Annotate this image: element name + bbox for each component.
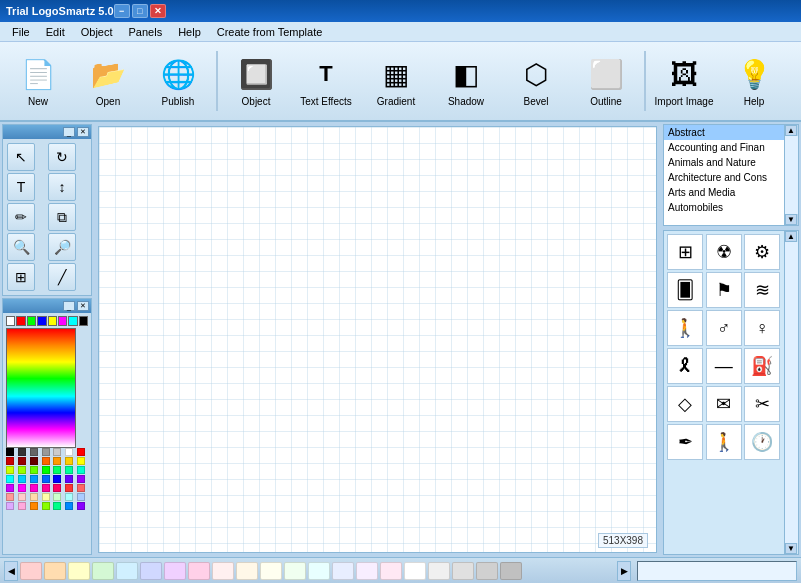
color-cell[interactable] <box>18 502 26 510</box>
bottom-swatch[interactable] <box>116 562 138 580</box>
scroll-left-btn[interactable]: ◀ <box>4 561 18 581</box>
tool-text[interactable]: T <box>7 173 35 201</box>
bottom-swatch[interactable] <box>212 562 234 580</box>
toolbar-publish-button[interactable]: 🌐Publish <box>144 45 212 117</box>
color-cell[interactable] <box>42 502 50 510</box>
color-cell[interactable] <box>6 493 14 501</box>
bottom-swatch[interactable] <box>308 562 330 580</box>
color-cell[interactable] <box>65 448 73 456</box>
colors-panel-close[interactable]: ✕ <box>77 301 89 311</box>
menu-help[interactable]: Help <box>170 24 209 40</box>
tool-copy[interactable]: ⧉ <box>48 203 76 231</box>
bottom-swatch[interactable] <box>428 562 450 580</box>
tool-zoom-in[interactable]: 🔍 <box>7 233 35 261</box>
bottom-swatch[interactable] <box>236 562 258 580</box>
icon-male[interactable]: ♂ <box>706 310 742 346</box>
color-cell[interactable] <box>6 466 14 474</box>
color-cell[interactable] <box>77 448 85 456</box>
color-cell[interactable] <box>53 502 61 510</box>
icon-scissors[interactable]: ✂ <box>744 386 780 422</box>
bottom-swatch[interactable] <box>452 562 474 580</box>
color-cell[interactable] <box>18 466 26 474</box>
close-button[interactable]: ✕ <box>150 4 166 18</box>
color-cell[interactable] <box>77 493 85 501</box>
color-cell[interactable] <box>53 448 61 456</box>
color-cell[interactable] <box>42 475 50 483</box>
color-cell[interactable] <box>42 466 50 474</box>
category-item[interactable]: Automobiles <box>664 200 784 215</box>
color-cell[interactable] <box>30 475 38 483</box>
color-cell[interactable] <box>18 475 26 483</box>
menu-create-from-template[interactable]: Create from Template <box>209 24 331 40</box>
tool-edit[interactable]: ✏ <box>7 203 35 231</box>
color-cell[interactable] <box>6 457 14 465</box>
icon-person[interactable]: 🚶 <box>667 310 703 346</box>
color-cell[interactable] <box>53 484 61 492</box>
bottom-swatch[interactable] <box>20 562 42 580</box>
tools-panel-close[interactable]: ✕ <box>77 127 89 137</box>
top-swatch[interactable] <box>48 316 57 326</box>
icons-scroll-down[interactable]: ▼ <box>785 543 797 554</box>
color-cell[interactable] <box>18 457 26 465</box>
scroll-down-btn[interactable]: ▼ <box>785 214 797 225</box>
top-swatch[interactable] <box>37 316 46 326</box>
bottom-swatch[interactable] <box>140 562 162 580</box>
scroll-up-btn[interactable]: ▲ <box>785 125 797 136</box>
color-cell[interactable] <box>77 502 85 510</box>
toolbar-bevel-button[interactable]: ⬡Bevel <box>502 45 570 117</box>
color-cell[interactable] <box>65 493 73 501</box>
color-cell[interactable] <box>30 466 38 474</box>
color-cell[interactable] <box>77 457 85 465</box>
toolbar-outline-button[interactable]: ⬜Outline <box>572 45 640 117</box>
color-cell[interactable] <box>30 457 38 465</box>
color-cell[interactable] <box>6 502 14 510</box>
icon-pencil[interactable]: ✒ <box>667 424 703 460</box>
toolbar-help-button[interactable]: 💡Help <box>720 45 788 117</box>
color-cell[interactable] <box>65 466 73 474</box>
color-cell[interactable] <box>42 457 50 465</box>
tool-select[interactable]: ↖ <box>7 143 35 171</box>
color-cell[interactable] <box>42 493 50 501</box>
bottom-swatch[interactable] <box>476 562 498 580</box>
toolbar-gradient-button[interactable]: ▦Gradient <box>362 45 430 117</box>
icon-ribbon[interactable]: 🎗 <box>667 348 703 384</box>
bottom-swatch[interactable] <box>356 562 378 580</box>
color-cell[interactable] <box>6 484 14 492</box>
toolbar-import-image-button[interactable]: 🖼Import Image <box>650 45 718 117</box>
icon-gear[interactable]: ⚙ <box>744 234 780 270</box>
minimize-button[interactable]: − <box>114 4 130 18</box>
color-cell[interactable] <box>30 493 38 501</box>
toolbar-object-button[interactable]: 🔲Object <box>222 45 290 117</box>
color-cell[interactable] <box>42 448 50 456</box>
color-cell[interactable] <box>65 457 73 465</box>
color-cell[interactable] <box>30 484 38 492</box>
toolbar-open-button[interactable]: 📂Open <box>74 45 142 117</box>
color-gradient-bar[interactable] <box>6 328 76 448</box>
toolbar-shadow-button[interactable]: ◧Shadow <box>432 45 500 117</box>
color-cell[interactable] <box>65 484 73 492</box>
top-swatch[interactable] <box>6 316 15 326</box>
icon-flag[interactable]: ⚑ <box>706 272 742 308</box>
color-cell[interactable] <box>53 466 61 474</box>
tool-flip[interactable]: ↕ <box>48 173 76 201</box>
icon-cards[interactable]: 🂠 <box>667 272 703 308</box>
toolbar-text-effects-button[interactable]: TText Effects <box>292 45 360 117</box>
color-cell[interactable] <box>53 493 61 501</box>
color-cell[interactable] <box>77 466 85 474</box>
bottom-swatch[interactable] <box>68 562 90 580</box>
tool-zoom-out[interactable]: 🔎 <box>48 233 76 261</box>
tool-rotate[interactable]: ↻ <box>48 143 76 171</box>
toolbar-new-button[interactable]: 📄New <box>4 45 72 117</box>
color-cell[interactable] <box>65 502 73 510</box>
maximize-button[interactable]: □ <box>132 4 148 18</box>
category-item[interactable]: Arts and Media <box>664 185 784 200</box>
category-item[interactable]: Architecture and Cons <box>664 170 784 185</box>
menu-object[interactable]: Object <box>73 24 121 40</box>
top-swatch[interactable] <box>16 316 25 326</box>
icon-female[interactable]: ♀ <box>744 310 780 346</box>
menu-panels[interactable]: Panels <box>121 24 171 40</box>
icon-clock[interactable]: 🕐 <box>744 424 780 460</box>
icon-diamond-frame[interactable]: ◇ <box>667 386 703 422</box>
color-cell[interactable] <box>30 448 38 456</box>
bottom-swatch[interactable] <box>284 562 306 580</box>
